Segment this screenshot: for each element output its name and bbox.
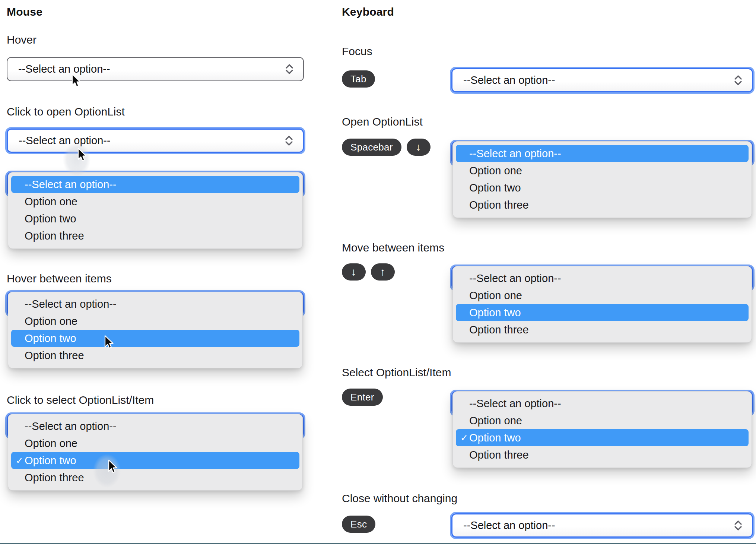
option-item[interactable]: Option two [456,304,749,321]
option-item[interactable]: Option one [11,193,299,210]
close-select[interactable]: --Select an option-- [451,513,753,538]
open-section-label: Open OptionList [342,114,753,129]
key-pills: Tab [342,68,451,88]
option-item[interactable]: Option three [456,196,749,213]
focus-select[interactable]: --Select an option-- [451,68,753,92]
option-label: Option three [469,199,529,211]
option-label: --Select an option-- [469,148,561,160]
close-row: Esc --Select an option-- [342,513,753,538]
option-item-selected[interactable]: ✓ Option two [456,429,749,446]
chevron-up-down-icon [285,63,294,75]
opened-optionlist-illustration: --Select an option-- Option one Option t… [4,172,306,249]
option-label: Option three [25,230,84,242]
esc-key-pill: Esc [342,516,375,533]
option-item[interactable]: Option one [456,162,749,179]
option-label: Option one [25,437,77,450]
opened-optionlist-illustration: --Select an option-- Option one Option t… [449,141,756,218]
enter-key-pill: Enter [342,389,383,406]
opened-optionlist-illustration: --Select an option-- Option one ✓ Option… [4,414,306,491]
option-item[interactable]: Option three [11,347,299,364]
option-item[interactable]: Option one [456,287,749,304]
option-item[interactable]: --Select an option-- [11,418,299,435]
arrow-down-key-pill: ↓ [407,139,431,156]
option-item[interactable]: Option one [11,313,299,330]
chevron-up-down-icon [733,520,743,531]
opened-optionlist-illustration: --Select an option-- Option one ✓ Option… [449,391,756,468]
chevron-up-down-icon [284,135,294,146]
option-item[interactable]: Option three [456,321,749,338]
option-label: --Select an option-- [25,298,117,310]
click-select-section-label: Click to select OptionList/Item [7,393,304,408]
option-item[interactable]: Option three [456,446,749,463]
option-label: Option one [25,315,77,327]
option-label: Option two [469,432,521,444]
option-label: Option three [469,324,529,336]
chevron-up-down-icon [733,75,743,86]
option-item[interactable]: --Select an option-- [456,270,749,287]
option-label: Option one [469,415,522,427]
arrow-down-key-pill: ↓ [342,263,366,281]
option-label: Option two [25,332,76,345]
select-row: Enter --Select an option-- Option one ✓ … [342,386,753,468]
opened-optionlist-illustration: --Select an option-- Option one Option t… [449,266,756,343]
mouse-column: Mouse Hover --Select an option-- Click t… [7,4,304,491]
select-value: --Select an option-- [463,519,555,532]
option-item[interactable]: Option one [456,412,749,429]
keyboard-heading: Keyboard [342,4,753,19]
option-item[interactable]: Option two [11,330,299,347]
open-row: Spacebar ↓ --Select an option-- Option o… [342,136,753,218]
select-value: --Select an option-- [19,134,111,147]
mouse-heading: Mouse [7,4,304,19]
option-label: Option two [469,182,521,194]
key-pills: Enter [342,386,451,406]
option-item[interactable]: --Select an option-- [456,145,749,162]
option-item[interactable]: --Select an option-- [456,395,749,412]
option-item[interactable]: Option three [11,469,299,486]
option-list: --Select an option-- Option one Option t… [8,292,303,368]
option-label: Option two [25,213,76,225]
option-list: --Select an option-- Option one Option t… [452,141,752,218]
option-label: Option one [469,165,522,177]
option-list: --Select an option-- Option one ✓ Option… [8,414,303,491]
tab-key-pill: Tab [342,70,375,88]
hover-select[interactable]: --Select an option-- [7,57,304,81]
option-item[interactable]: Option three [11,227,299,244]
spacebar-key-pill: Spacebar [342,139,401,156]
option-list: --Select an option-- Option one Option t… [8,172,303,249]
option-item[interactable]: --Select an option-- [11,295,299,313]
option-label: Option one [25,196,77,208]
option-list: --Select an option-- Option one Option t… [452,266,752,343]
option-label: Option two [469,307,521,319]
opened-optionlist-illustration: --Select an option-- Option one Option t… [4,292,306,368]
keyboard-column: Keyboard Focus Tab --Select an option-- … [342,4,753,538]
option-label: --Select an option-- [25,420,117,433]
key-pills: Spacebar ↓ [342,136,451,156]
select-value: --Select an option-- [18,63,110,75]
hover-items-section-label: Hover between items [7,271,304,286]
option-label: Option three [469,449,529,461]
move-section-label: Move between items [342,240,753,255]
option-item-selected[interactable]: ✓ Option two [11,452,299,469]
option-item[interactable]: Option one [11,435,299,452]
focus-row: Tab --Select an option-- [342,68,753,92]
checkmark-icon: ✓ [460,433,468,443]
move-row: ↓ ↑ --Select an option-- Option one Opti… [342,261,753,343]
option-label: Option one [469,289,522,302]
select-value: --Select an option-- [463,74,555,86]
option-label: Option three [25,472,84,484]
option-item[interactable]: Option two [456,179,749,196]
focus-section-label: Focus [342,44,753,59]
option-label: --Select an option-- [469,272,561,285]
option-label: --Select an option-- [469,397,561,410]
key-pills: Esc [342,513,451,533]
option-label: Option two [25,454,76,467]
option-item[interactable]: Option two [11,210,299,227]
hover-section-label: Hover [7,32,304,47]
checkmark-icon: ✓ [16,455,23,466]
click-open-section-label: Click to open OptionList [7,104,304,119]
close-section-label: Close without changing [342,491,753,506]
cursor-icon [75,147,88,163]
option-list: --Select an option-- Option one ✓ Option… [452,391,752,468]
option-item[interactable]: --Select an option-- [11,176,299,193]
click-open-select[interactable]: --Select an option-- [7,129,304,153]
